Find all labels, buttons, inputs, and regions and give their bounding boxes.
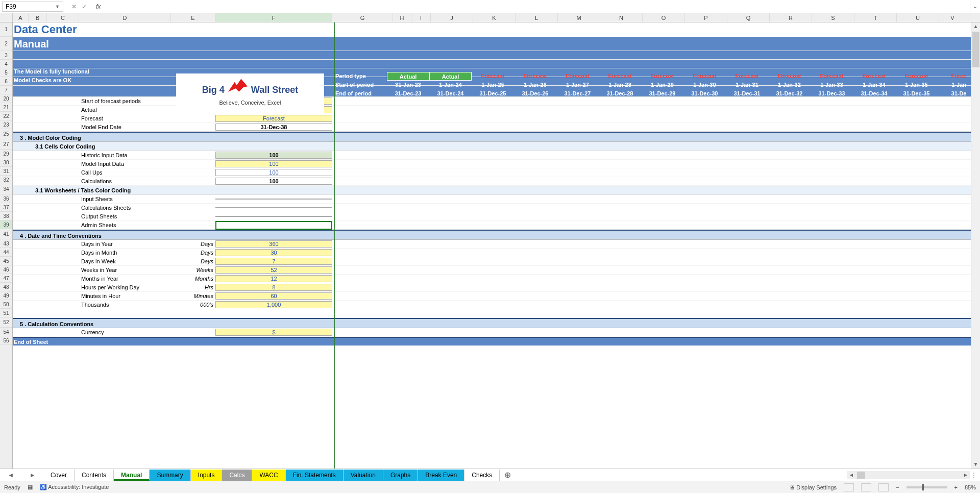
row-43[interactable]: 43 — [0, 239, 12, 248]
col-T[interactable]: T — [854, 13, 897, 22]
row-47[interactable]: 47 — [0, 274, 12, 283]
expand-formula-icon[interactable]: ⌄ — [970, 0, 980, 13]
hscroll-left-icon[interactable]: ◄ — [847, 472, 855, 478]
val-hours-day[interactable]: 8 — [215, 284, 332, 291]
val-calcs[interactable]: 100 — [215, 178, 332, 185]
row-36[interactable]: 36 — [0, 194, 12, 203]
row-25[interactable]: 25 — [0, 129, 12, 139]
col-V[interactable]: V — [939, 13, 966, 22]
row-46[interactable]: 46 — [0, 265, 12, 274]
col-J[interactable]: J — [431, 13, 473, 22]
val-model-input[interactable]: 100 — [215, 160, 332, 167]
row-27[interactable]: 27 — [0, 139, 12, 150]
row-51[interactable]: 51 — [0, 309, 12, 317]
val-weeks-year[interactable]: 52 — [215, 266, 332, 274]
col-S[interactable]: S — [812, 13, 854, 22]
row-4[interactable]: 4 — [0, 60, 12, 68]
tab-contents[interactable]: Contents — [75, 470, 114, 481]
val-currency[interactable]: $ — [215, 329, 332, 336]
tab-next-icon[interactable]: ► — [30, 472, 36, 479]
val-thousands[interactable]: 1,000 — [215, 301, 332, 308]
tab-cover[interactable]: Cover — [43, 470, 75, 481]
col-R[interactable]: R — [770, 13, 812, 22]
col-C[interactable]: C — [47, 13, 79, 22]
row-3[interactable]: 3 — [0, 51, 12, 60]
tab-nav-arrows[interactable]: ◄ ► — [0, 472, 43, 479]
row-37[interactable]: 37 — [0, 203, 12, 212]
row-2[interactable]: 2 — [0, 37, 12, 51]
val-model-end[interactable]: 31-Dec-38 — [215, 124, 332, 131]
val-days-week[interactable]: 7 — [215, 258, 332, 265]
row-7[interactable]: 7 — [0, 86, 12, 94]
zoom-in-icon[interactable]: + — [954, 484, 958, 490]
vertical-scrollbar[interactable]: ▲ ▼ — [971, 22, 980, 469]
col-P[interactable]: P — [685, 13, 727, 22]
col-U[interactable]: U — [897, 13, 939, 22]
tab-inputs[interactable]: Inputs — [191, 470, 223, 481]
val-min-hour[interactable]: 60 — [215, 292, 332, 300]
hscroll-right-icon[interactable]: ► — [962, 472, 970, 478]
chevron-down-icon[interactable]: ▼ — [55, 4, 60, 9]
zoom-slider[interactable] — [906, 486, 947, 488]
col-L[interactable]: L — [516, 13, 558, 22]
row-5[interactable]: 5 — [0, 68, 12, 77]
tab-calcs[interactable]: Calcs — [222, 470, 252, 481]
tab-fin--statements[interactable]: Fin. Statements — [286, 470, 344, 481]
accessibility-status[interactable]: ♿ Accessibility: Investigate — [40, 484, 109, 490]
tab-break-even[interactable]: Break Even — [418, 470, 464, 481]
val-days-month[interactable]: 30 — [215, 249, 332, 256]
fx-icon[interactable]: fx — [93, 3, 104, 10]
val-days-year[interactable]: 360 — [215, 240, 332, 248]
tab-graphs[interactable]: Graphs — [383, 470, 418, 481]
row-49[interactable]: 49 — [0, 291, 12, 300]
row-54[interactable]: 54 — [0, 328, 12, 336]
tab-valuation[interactable]: Valuation — [344, 470, 383, 481]
col-Q[interactable]: Q — [727, 13, 770, 22]
tab-manual[interactable]: Manual — [114, 470, 150, 481]
row-41[interactable]: 41 — [0, 229, 12, 239]
row-20[interactable]: 20 — [0, 94, 12, 103]
row-52[interactable]: 52 — [0, 317, 12, 328]
val-callups[interactable]: 100 — [215, 169, 332, 176]
val-forecast[interactable]: Forecast — [215, 115, 332, 122]
row-48[interactable]: 48 — [0, 283, 12, 291]
select-all-corner[interactable] — [0, 13, 13, 22]
tab-resize-dots[interactable]: ⋮ — [971, 472, 977, 479]
selected-cell-f39[interactable] — [215, 221, 332, 230]
row-34[interactable]: 34 — [0, 184, 12, 194]
row-32[interactable]: 32 — [0, 176, 12, 184]
col-A[interactable]: A — [13, 13, 29, 22]
val-months-year[interactable]: 12 — [215, 275, 332, 282]
view-layout-icon[interactable] — [861, 483, 871, 491]
col-F[interactable]: F — [215, 13, 332, 22]
col-G[interactable]: G — [332, 13, 393, 22]
enter-icon[interactable]: ✓ — [82, 3, 87, 10]
col-N[interactable]: N — [600, 13, 643, 22]
view-break-icon[interactable] — [878, 483, 889, 491]
cells[interactable]: Data Center Manual The Model is fully fu… — [13, 22, 980, 472]
col-D[interactable]: D — [79, 13, 171, 22]
val-input-sheets[interactable] — [215, 199, 332, 200]
tab-prev-icon[interactable]: ◄ — [8, 472, 14, 479]
row-22[interactable]: 22 — [0, 112, 12, 120]
row-44[interactable]: 44 — [0, 248, 12, 257]
zoom-level[interactable]: 85% — [965, 484, 976, 490]
row-56[interactable]: 56 — [0, 336, 12, 345]
scroll-up-icon[interactable]: ▲ — [971, 22, 980, 31]
val-historic[interactable]: 100 — [215, 152, 332, 159]
row-31[interactable]: 31 — [0, 167, 12, 176]
row-45[interactable]: 45 — [0, 257, 12, 265]
add-sheet-icon[interactable]: ⊕ — [500, 470, 515, 480]
cancel-icon[interactable]: ✕ — [71, 3, 77, 10]
row-38[interactable]: 38 — [0, 212, 12, 220]
tab-checks[interactable]: Checks — [464, 470, 500, 481]
scroll-down-icon[interactable]: ▼ — [971, 460, 980, 469]
view-normal-icon[interactable] — [844, 483, 854, 491]
zoom-out-icon[interactable]: − — [896, 484, 899, 490]
row-23[interactable]: 23 — [0, 120, 12, 129]
col-I[interactable]: I — [411, 13, 431, 22]
val-calc-sheets[interactable] — [215, 207, 332, 208]
row-1[interactable]: 1 — [0, 22, 12, 37]
col-E[interactable]: E — [171, 13, 215, 22]
horizontal-scrollbar[interactable]: ◄ ► — [847, 471, 970, 479]
